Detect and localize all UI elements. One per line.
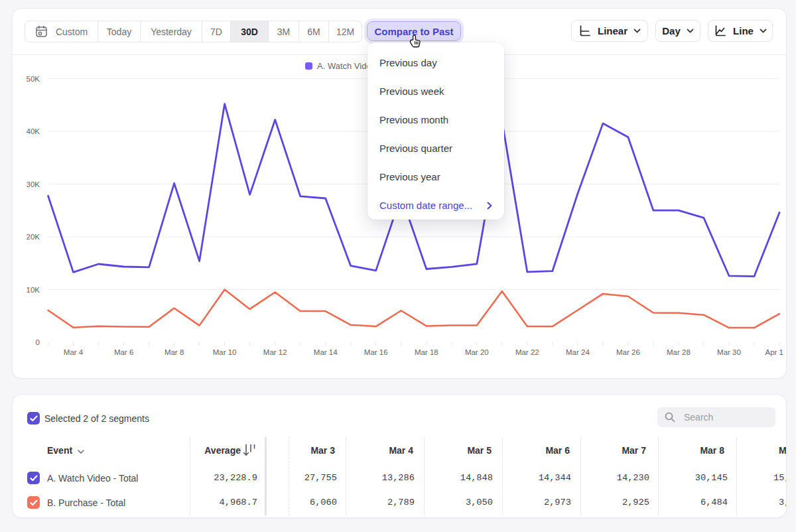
svg-text:40K: 40K	[27, 127, 40, 135]
svg-text:Mar 10: Mar 10	[213, 348, 237, 356]
svg-text:Mar 26: Mar 26	[616, 348, 640, 356]
svg-text:Mar 24: Mar 24	[566, 348, 590, 356]
svg-text:Mar 14: Mar 14	[314, 348, 338, 356]
svg-text:Mar 28: Mar 28	[667, 348, 691, 356]
svg-text:0: 0	[36, 338, 40, 346]
svg-text:30K: 30K	[27, 180, 40, 188]
svg-text:50K: 50K	[27, 75, 40, 83]
svg-text:Mar 16: Mar 16	[364, 348, 388, 356]
svg-text:Mar 20: Mar 20	[465, 348, 489, 356]
svg-text:Mar 8: Mar 8	[165, 348, 184, 356]
svg-text:10K: 10K	[27, 286, 40, 294]
svg-text:Mar 6: Mar 6	[114, 348, 133, 356]
svg-text:Mar 12: Mar 12	[263, 348, 287, 356]
svg-text:Mar 22: Mar 22	[515, 348, 539, 356]
svg-text:Mar 30: Mar 30	[717, 348, 741, 356]
svg-text:20K: 20K	[27, 233, 40, 241]
svg-text:Mar 18: Mar 18	[415, 348, 438, 356]
svg-text:Mar 4: Mar 4	[64, 348, 84, 356]
svg-text:Apr 1: Apr 1	[765, 348, 784, 356]
